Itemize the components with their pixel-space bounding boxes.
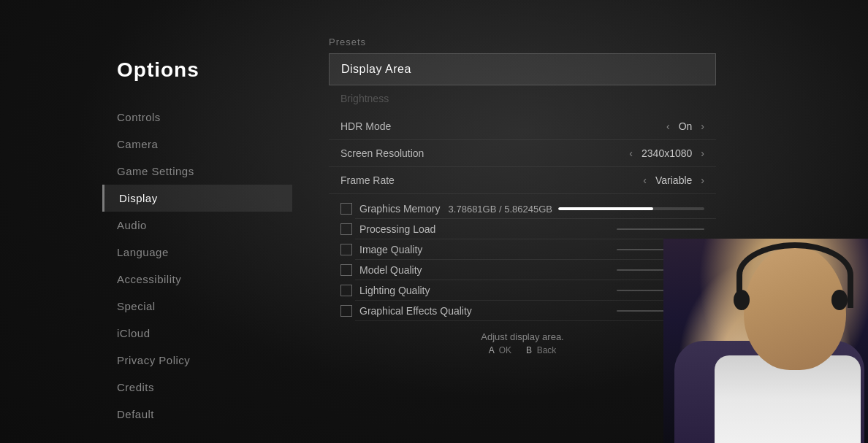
graphics-memory-label: Graphics Memory (359, 203, 440, 215)
back-key: B (526, 345, 532, 355)
hdr-mode-row: HDR Mode ‹ On › (329, 113, 716, 140)
sidebar-item-controls[interactable]: Controls (117, 104, 321, 131)
image-quality-label: Image Quality (359, 244, 422, 255)
screen-resolution-value-group: ‹ 2340x1080 › (629, 147, 704, 159)
sidebar-item-accessibility[interactable]: Accessibility (117, 266, 321, 293)
options-title: Options (117, 58, 321, 82)
sidebar-item-privacy-policy[interactable]: Privacy Policy (117, 347, 321, 374)
sidebar-item-camera[interactable]: Camera (117, 131, 321, 158)
processing-load-bar (617, 228, 704, 230)
person-ear-right (831, 290, 848, 310)
lighting-quality-label: Lighting Quality (359, 285, 430, 296)
lighting-quality-row: Lighting Quality (329, 280, 716, 301)
display-area-header[interactable]: Display Area (329, 53, 716, 85)
screen-resolution-right-arrow[interactable]: › (701, 147, 704, 159)
hdr-mode-label: HDR Mode (340, 120, 666, 132)
screen-resolution-left-arrow[interactable]: ‹ (629, 147, 633, 159)
graphics-memory-value: 3.78681GB / 5.86245GB (449, 204, 552, 215)
frame-rate-right-arrow[interactable]: › (701, 174, 704, 186)
sidebar-item-special[interactable]: Special (117, 293, 321, 320)
graphical-effects-quality-label: Graphical Effects Quality (359, 305, 472, 317)
ok-hint: A OK (489, 345, 511, 355)
screen-resolution-value: 2340x1080 (642, 147, 692, 159)
sidebar-item-display[interactable]: Display (102, 185, 292, 212)
image-quality-checkbox[interactable] (340, 244, 352, 255)
hdr-mode-left-arrow[interactable]: ‹ (666, 120, 670, 132)
brightness-row: Brightness (329, 87, 716, 110)
frame-rate-value-group: ‹ Variable › (643, 174, 704, 186)
webcam-person (663, 239, 868, 443)
frame-rate-label: Frame Rate (340, 174, 643, 186)
ok-action: OK (499, 345, 511, 355)
processing-load-label: Processing Load (359, 223, 435, 235)
ok-key: A (489, 345, 494, 355)
graphics-memory-bar-container: 3.78681GB / 5.86245GB (449, 204, 704, 215)
model-quality-row: Model Quality (329, 260, 716, 280)
hdr-mode-right-arrow[interactable]: › (701, 120, 704, 132)
brightness-label: Brightness (340, 93, 389, 104)
sidebar-item-language[interactable]: Language (117, 239, 321, 266)
sidebar-item-audio[interactable]: Audio (117, 212, 321, 239)
processing-load-checkbox[interactable] (340, 223, 352, 235)
checkbox-section: Graphics Memory 3.78681GB / 5.86245GB Pr… (329, 199, 716, 321)
back-hint: B Back (526, 345, 556, 355)
sidebar-item-default[interactable]: Default (117, 401, 321, 428)
controls-hint: A OK B Back (340, 345, 704, 355)
graphics-memory-row: Graphics Memory 3.78681GB / 5.86245GB (329, 199, 716, 219)
person-ear-left (734, 290, 750, 310)
back-action: Back (537, 345, 557, 355)
graphical-effects-quality-row: Graphical Effects Quality (329, 301, 716, 321)
sidebar-item-credits[interactable]: Credits (117, 374, 321, 401)
frame-rate-row: Frame Rate ‹ Variable › (329, 167, 716, 194)
graphics-memory-bar (558, 207, 704, 210)
graphics-memory-checkbox[interactable] (340, 203, 352, 215)
screen-resolution-label: Screen Resolution (340, 147, 629, 159)
model-quality-checkbox[interactable] (340, 264, 352, 276)
hdr-mode-value-group: ‹ On › (666, 120, 704, 132)
footer-hint: Adjust display area. A OK B Back (329, 331, 716, 355)
image-quality-row: Image Quality (329, 239, 716, 260)
lighting-quality-checkbox[interactable] (340, 285, 352, 296)
frame-rate-value: Variable (655, 174, 692, 186)
sidebar: Options Controls Camera Game Settings Di… (0, 0, 321, 443)
graphical-effects-quality-checkbox[interactable] (340, 305, 352, 317)
model-quality-label: Model Quality (359, 264, 422, 276)
sidebar-item-game-settings[interactable]: Game Settings (117, 158, 321, 185)
presets-label: Presets (329, 36, 716, 47)
frame-rate-left-arrow[interactable]: ‹ (643, 174, 647, 186)
sidebar-item-icloud[interactable]: iCloud (117, 320, 321, 347)
hdr-mode-value: On (679, 120, 693, 132)
graphics-memory-bar-fill (558, 207, 653, 210)
footer-text: Adjust display area. (340, 331, 704, 342)
webcam-overlay (663, 239, 868, 443)
screen-resolution-row: Screen Resolution ‹ 2340x1080 › (329, 140, 716, 167)
processing-load-row: Processing Load (329, 219, 716, 239)
